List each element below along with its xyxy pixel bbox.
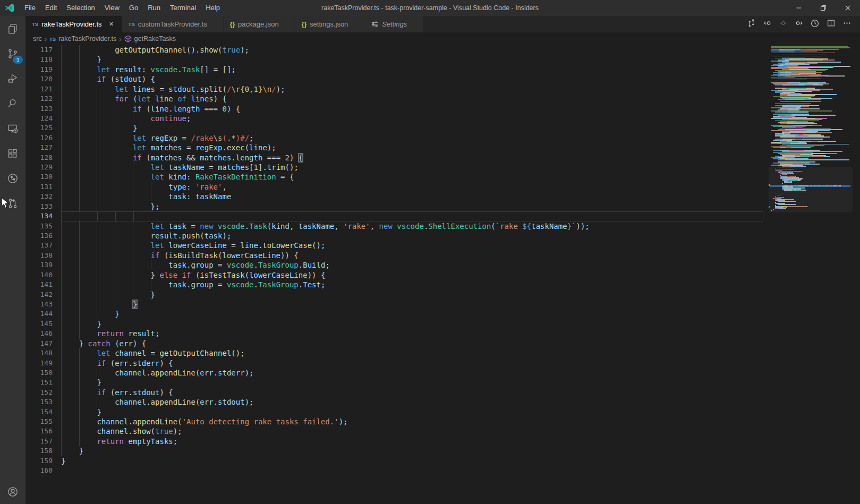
code-line[interactable]: 137let lowerCaseLine = line.toLowerCase(… <box>25 241 860 250</box>
line-number[interactable]: 125 <box>25 123 61 133</box>
sidebar-item-pull-requests[interactable] <box>0 191 25 216</box>
code-line[interactable]: 124continue; <box>25 114 860 123</box>
code-line[interactable]: 135let task = new vscode.Task(kind, task… <box>25 221 860 231</box>
line-number[interactable]: 123 <box>25 104 61 114</box>
code-editor[interactable]: 117getOutputChannel().show(true);118}119… <box>25 45 860 504</box>
line-number[interactable]: 149 <box>25 358 61 368</box>
code-line[interactable]: 136result.push(task); <box>25 231 860 241</box>
navigate-back-button[interactable] <box>759 16 775 32</box>
code-line[interactable]: 156channel.show(true); <box>25 426 860 436</box>
line-number[interactable]: 159 <box>25 456 61 466</box>
code-line[interactable]: 152if (err.stdout) { <box>25 388 860 397</box>
code-line[interactable]: 127let matches = regExp.exec(line); <box>25 143 860 152</box>
sidebar-item-extensions[interactable] <box>0 141 25 166</box>
line-number[interactable]: 132 <box>25 192 61 201</box>
close-button[interactable] <box>836 0 860 16</box>
code-line[interactable]: 154} <box>25 407 860 417</box>
code-line[interactable]: 145} <box>25 319 860 329</box>
line-number[interactable]: 134 <box>25 211 61 221</box>
minimize-button[interactable] <box>787 0 811 16</box>
tab-settings-json[interactable]: {}settings.json <box>295 16 365 32</box>
menu-go[interactable]: Go <box>124 0 143 16</box>
line-number[interactable]: 151 <box>25 378 61 387</box>
line-number[interactable]: 129 <box>25 163 61 172</box>
line-number[interactable]: 127 <box>25 143 61 152</box>
line-number[interactable]: 145 <box>25 319 61 329</box>
minimap-slider[interactable] <box>769 167 853 212</box>
line-number[interactable]: 157 <box>25 437 61 446</box>
close-tab-button[interactable]: ✕ <box>107 20 116 29</box>
line-number[interactable]: 137 <box>25 241 61 250</box>
line-number[interactable]: 121 <box>25 84 61 94</box>
line-number[interactable]: 138 <box>25 251 61 260</box>
code-line[interactable]: 160 <box>25 466 860 475</box>
line-number[interactable]: 133 <box>25 202 61 211</box>
menu-run[interactable]: Run <box>143 0 165 16</box>
line-number[interactable]: 141 <box>25 280 61 289</box>
line-number[interactable]: 139 <box>25 260 61 270</box>
line-number[interactable]: 120 <box>25 74 61 84</box>
line-number[interactable]: 158 <box>25 446 61 456</box>
code-line[interactable]: 128if (matches && matches.length === 2) … <box>25 153 860 163</box>
line-number[interactable]: 146 <box>25 329 61 338</box>
line-number[interactable]: 124 <box>25 114 61 123</box>
sidebar-item-run-and-debug[interactable] <box>0 66 25 91</box>
code-line[interactable]: 121let lines = stdout.split(/\r{0,1}\n/)… <box>25 84 860 94</box>
code-line[interactable]: 148let channel = getOutputChannel(); <box>25 348 860 358</box>
menu-help[interactable]: Help <box>201 0 225 16</box>
code-line[interactable]: 125} <box>25 123 860 133</box>
code-line[interactable]: 144} <box>25 309 860 319</box>
code-line[interactable]: 158} <box>25 446 860 456</box>
sidebar-item-explorer[interactable] <box>0 16 25 41</box>
restore-button[interactable] <box>811 0 836 16</box>
line-number[interactable]: 160 <box>25 466 61 475</box>
line-number[interactable]: 147 <box>25 339 61 348</box>
code-line[interactable]: 126let regExp = /rake\s(.*)#/; <box>25 133 860 143</box>
code-line[interactable]: 142} <box>25 290 860 300</box>
code-line[interactable]: 117getOutputChannel().show(true); <box>25 45 860 55</box>
line-number[interactable]: 142 <box>25 290 61 300</box>
code-line[interactable]: 138if (isBuildTask(lowerCaseLine)) { <box>25 251 860 260</box>
code-line[interactable]: 133}; <box>25 202 860 211</box>
open-changes-button[interactable] <box>743 16 759 32</box>
code-line[interactable]: 151} <box>25 378 860 387</box>
code-line[interactable]: 140} else if (isTestTask(lowerCaseLine))… <box>25 270 860 280</box>
line-number[interactable]: 154 <box>25 407 61 417</box>
menu-file[interactable]: File <box>20 0 40 16</box>
navigate-forward-button[interactable] <box>791 16 807 32</box>
code-line[interactable]: 143} <box>25 300 860 309</box>
line-number[interactable]: 155 <box>25 417 61 426</box>
split-editor-button[interactable] <box>823 16 839 32</box>
breadcrumb-item-getraketasks[interactable]: getRakeTasks <box>124 35 176 42</box>
code-line[interactable]: 139task.group = vscode.TaskGroup.Build; <box>25 260 860 270</box>
line-number[interactable]: 140 <box>25 270 61 280</box>
line-number[interactable]: 148 <box>25 348 61 358</box>
line-number[interactable]: 143 <box>25 300 61 309</box>
code-line[interactable]: 134 <box>25 211 860 221</box>
line-number[interactable]: 135 <box>25 221 61 231</box>
line-number[interactable]: 131 <box>25 182 61 192</box>
sidebar-item-source-control[interactable]: 3 <box>0 41 25 66</box>
code-line[interactable]: 120if (stdout) { <box>25 74 860 84</box>
sidebar-item-commit-graph[interactable] <box>0 166 25 191</box>
code-line[interactable]: 141task.group = vscode.TaskGroup.Test; <box>25 280 860 289</box>
menu-terminal[interactable]: Terminal <box>165 0 201 16</box>
code-line[interactable]: 129let taskName = matches[1].trim(); <box>25 163 860 172</box>
menu-view[interactable]: View <box>100 0 124 16</box>
code-line[interactable]: 149if (err.stderr) { <box>25 358 860 368</box>
line-number[interactable]: 153 <box>25 397 61 407</box>
line-number[interactable]: 117 <box>25 45 61 55</box>
code-line[interactable]: 146return result; <box>25 329 860 338</box>
sidebar-item-remote-explorer[interactable] <box>0 116 25 141</box>
run-file-button[interactable] <box>807 16 823 32</box>
tab-package-json[interactable]: {}package.json <box>224 16 295 32</box>
sidebar-item-accounts[interactable] <box>0 479 25 504</box>
line-number[interactable]: 130 <box>25 172 61 182</box>
code-line[interactable]: 122for (let line of lines) { <box>25 94 860 104</box>
code-line[interactable]: 153channel.appendLine(err.stdout); <box>25 397 860 407</box>
menu-edit[interactable]: Edit <box>40 0 62 16</box>
code-line[interactable]: 118} <box>25 55 860 64</box>
line-number[interactable]: 144 <box>25 309 61 319</box>
line-number[interactable]: 150 <box>25 368 61 378</box>
line-number[interactable]: 128 <box>25 153 61 163</box>
